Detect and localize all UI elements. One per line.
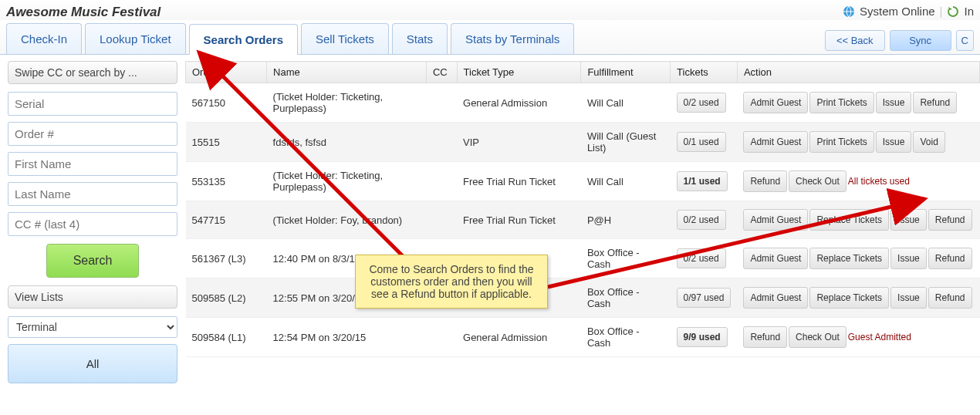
cell-actions: Admit GuestReplace TicketsIssueRefund [737,239,979,278]
cell-tickets: 0/1 used [671,123,738,162]
cell-fulfillment: Will Call (Guest List) [581,123,671,162]
issue-button[interactable]: Issue [876,92,912,113]
col-name[interactable]: Name [267,62,427,83]
table-row[interactable]: 553135(Ticket Holder: Ticketing, Purplep… [186,162,980,201]
issue-button[interactable]: Issue [890,287,927,309]
row-status: All tickets used [848,176,910,187]
help-callout: Come to Search Orders to find the custom… [355,255,548,309]
cell-fulfillment: Box Office - Cash [581,239,671,278]
orders-table-wrapper: Order# Name CC Ticket Type Fulfillment T… [185,61,980,391]
cell-actions: RefundCheck OutGuest Admitted [737,318,979,357]
first-name-input[interactable] [8,152,177,176]
replace-tickets-button[interactable]: Replace Tickets [809,287,889,309]
sync-button[interactable]: Sync [890,30,951,51]
tab-check-in[interactable]: Check-In [6,23,82,54]
print-tickets-button[interactable]: Print Tickets [809,92,874,113]
extra-button[interactable]: C [956,30,974,51]
table-row[interactable]: 547715(Ticket Holder: Foy, brandon)Free … [186,201,980,239]
cell-tickets: 0/2 used [671,83,738,123]
cell-cc [426,318,457,357]
cell-fulfillment: Will Call [581,83,671,123]
tab-bar: Check-In Lookup Ticket Search Orders Sel… [0,22,980,55]
replace-tickets-button[interactable]: Replace Tickets [809,209,889,231]
table-row[interactable]: 567150(Ticket Holder: Ticketing, Purplep… [186,83,980,123]
issue-button[interactable]: Issue [890,248,927,269]
col-order[interactable]: Order# [186,62,267,83]
refresh-label-partial: In [964,5,974,18]
col-fulfillment[interactable]: Fulfillment [581,62,671,83]
cc-last4-input[interactable] [8,212,177,236]
refund-button[interactable]: Refund [913,92,957,113]
cell-name: (Ticket Holder: Ticketing, Purplepass) [267,83,427,123]
refund-button[interactable]: Refund [743,326,787,348]
cell-tickets: 0/97 used [671,278,738,318]
cell-actions: Admit GuestPrint TicketsIssueVoid [737,123,979,162]
cell-ticket-type: Free Trial Run Ticket [457,162,581,201]
admit-guest-button[interactable]: Admit Guest [743,209,808,231]
system-online-label: System Online [860,5,935,18]
tab-stats[interactable]: Stats [392,23,448,54]
print-tickets-button[interactable]: Print Tickets [809,131,874,153]
cell-ticket-type: General Admission [457,318,581,357]
cell-order: 509584 (L1) [186,318,267,357]
orders-table: Order# Name CC Ticket Type Fulfillment T… [185,61,980,357]
issue-button[interactable]: Issue [876,131,912,153]
refresh-icon[interactable] [947,4,959,18]
refund-button[interactable]: Refund [928,287,972,309]
terminal-select[interactable]: Terminal [8,316,177,338]
cell-cc [426,162,457,201]
refund-button[interactable]: Refund [743,170,787,192]
check-out-button[interactable]: Check Out [789,170,847,192]
replace-tickets-button[interactable]: Replace Tickets [809,248,889,269]
cell-actions: RefundCheck OutAll tickets used [737,162,979,201]
table-row[interactable]: 561367 (L3)12:40 PM on 8/3/15General Adm… [186,239,980,278]
issue-button[interactable]: Issue [890,209,927,231]
search-button[interactable]: Search [46,244,139,278]
serial-input[interactable] [8,92,177,116]
cell-tickets: 1/1 used [671,162,738,201]
cell-cc [426,83,457,123]
col-ticket-type[interactable]: Ticket Type [457,62,581,83]
cell-cc [426,201,457,239]
back-button[interactable]: << Back [825,30,885,51]
tickets-badge: 0/2 used [677,210,726,230]
last-name-input[interactable] [8,182,177,206]
view-lists-label: View Lists [8,285,177,309]
table-row[interactable]: 15515fdsfds, fsfsdVIPWill Call (Guest Li… [186,123,980,162]
cell-cc [426,123,457,162]
cell-fulfillment: Will Call [581,162,671,201]
admit-guest-button[interactable]: Admit Guest [743,92,808,113]
tickets-badge: 0/2 used [677,248,726,268]
table-row[interactable]: 509585 (L2)12:55 PM on 3/20/15TicketBox … [186,278,980,318]
table-row[interactable]: 509584 (L1)12:54 PM on 3/20/15General Ad… [186,318,980,357]
cell-ticket-type: VIP [457,123,581,162]
admit-guest-button[interactable]: Admit Guest [743,287,808,309]
admit-guest-button[interactable]: Admit Guest [743,248,808,269]
order-input[interactable] [8,122,177,146]
cell-order: 561367 (L3) [186,239,267,278]
cell-order: 15515 [186,123,267,162]
void-button[interactable]: Void [913,131,945,153]
col-cc[interactable]: CC [426,62,457,83]
check-out-button[interactable]: Check Out [789,326,847,348]
tickets-badge: 0/97 used [677,288,732,308]
tickets-badge: 1/1 used [677,171,728,191]
cell-tickets: 9/9 used [671,318,738,357]
admit-guest-button[interactable]: Admit Guest [743,131,808,153]
col-action[interactable]: Action [737,62,979,83]
tab-lookup-ticket[interactable]: Lookup Ticket [85,23,186,54]
tickets-badge: 9/9 used [677,327,728,347]
cell-actions: Admit GuestReplace TicketsIssueRefund [737,201,979,239]
refund-button[interactable]: Refund [928,209,972,231]
col-tickets[interactable]: Tickets [671,62,738,83]
all-button[interactable]: All [8,344,177,383]
tab-search-orders[interactable]: Search Orders [189,24,298,55]
tab-stats-by-terminals[interactable]: Stats by Terminals [451,23,574,54]
tab-sell-tickets[interactable]: Sell Tickets [301,23,389,54]
status-bar: System Online | In [843,4,974,18]
cell-name: 12:54 PM on 3/20/15 [267,318,427,357]
row-status: Guest Admitted [848,332,911,342]
cell-fulfillment: Box Office - Cash [581,278,671,318]
refund-button[interactable]: Refund [928,248,972,269]
page-title: Awesome Music Festival [6,2,161,20]
